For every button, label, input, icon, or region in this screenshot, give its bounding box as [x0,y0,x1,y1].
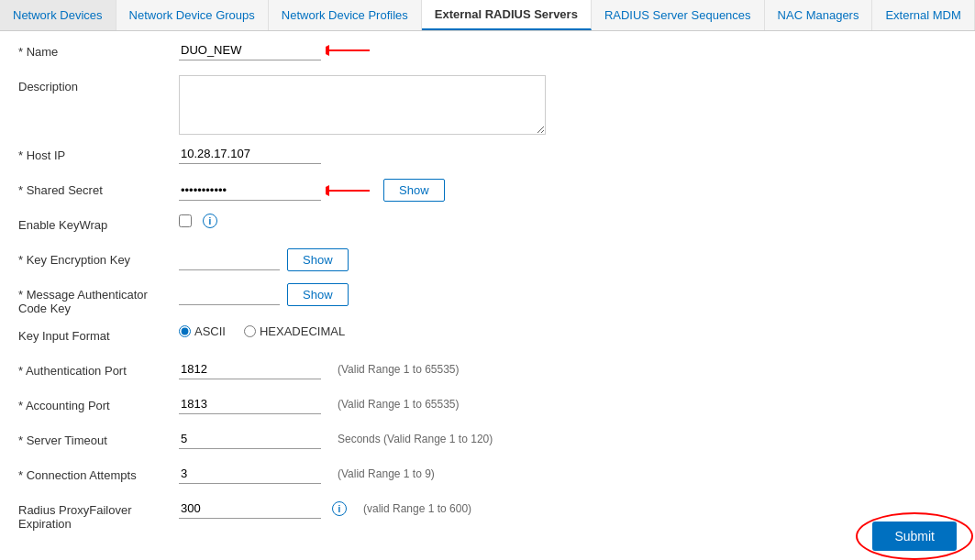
connection-attempts-control-area: (Valid Range 1 to 9) [179,464,957,484]
tab-external-radius-servers[interactable]: External RADIUS Servers [422,0,592,30]
message-auth-input[interactable] [179,285,280,305]
description-control-area [179,75,957,135]
message-auth-show-button[interactable]: Show [287,283,349,306]
name-arrow-annotation [326,43,371,58]
shared-secret-input[interactable] [179,181,321,201]
accounting-port-input[interactable] [179,394,321,414]
server-timeout-input[interactable] [179,429,321,449]
tab-external-mdm[interactable]: External MDM [872,0,974,30]
name-row: * Name [18,40,957,66]
accounting-port-row: * Accounting Port (Valid Range 1 to 6553… [18,394,957,420]
footer-area: Submit [854,512,975,560]
name-label: * Name [18,40,179,59]
radius-proxy-input[interactable] [179,499,321,519]
message-auth-label: * Message Authenticator Code Key [18,283,179,315]
name-control-area [179,40,957,60]
key-encryption-key-control-area: Show [179,248,957,271]
hexadecimal-radio-label[interactable]: HEXADECIMAL [244,324,345,338]
tab-network-device-profiles[interactable]: Network Device Profiles [269,0,422,30]
shared-secret-control-area: Show [179,179,957,202]
key-input-format-label: Key Input Format [18,324,179,343]
key-encryption-key-row: * Key Encryption Key Show [18,248,957,274]
message-auth-row: * Message Authenticator Code Key Show [18,283,957,315]
radius-proxy-row: Radius ProxyFailover Expiration i (valid… [18,499,957,531]
server-timeout-label: * Server Timeout [18,429,179,447]
key-input-format-control-area: ASCII HEXADECIMAL [179,324,957,338]
accounting-port-hint: (Valid Range 1 to 65535) [338,398,460,411]
connection-attempts-row: * Connection Attempts (Valid Range 1 to … [18,464,957,489]
hexadecimal-label: HEXADECIMAL [260,324,345,338]
radius-proxy-hint: (valid Range 1 to 600) [363,502,471,515]
key-encryption-key-label: * Key Encryption Key [18,248,179,267]
description-label: Description [18,75,179,93]
accounting-port-label: * Accounting Port [18,394,179,412]
auth-port-row: * Authentication Port (Valid Range 1 to … [18,359,957,385]
submit-button[interactable]: Submit [872,522,957,551]
key-input-format-row: Key Input Format ASCII HEXADECIMAL [18,324,957,350]
host-ip-label: * Host IP [18,144,179,162]
radius-proxy-label: Radius ProxyFailover Expiration [18,499,179,531]
enable-keywrap-checkbox[interactable] [179,214,192,227]
shared-secret-arrow-annotation [326,183,371,198]
connection-attempts-hint: (Valid Range 1 to 9) [338,467,435,480]
accounting-port-control-area: (Valid Range 1 to 65535) [179,394,957,414]
ascii-label: ASCII [194,324,226,338]
enable-keywrap-info-icon[interactable]: i [203,214,217,228]
host-ip-control-area [179,144,957,164]
ascii-radio-label[interactable]: ASCII [179,324,226,338]
enable-keywrap-control-area: i [179,214,957,228]
server-timeout-control-area: Seconds (Valid Range 1 to 120) [179,429,957,449]
tab-network-devices[interactable]: Network Devices [0,0,116,30]
radius-proxy-info-icon[interactable]: i [332,501,347,516]
connection-attempts-input[interactable] [179,464,321,484]
ascii-radio[interactable] [179,325,191,337]
tab-network-device-groups[interactable]: Network Device Groups [116,0,269,30]
submit-wrapper: Submit [872,522,957,551]
name-input[interactable] [179,40,321,60]
key-encryption-key-input[interactable] [179,250,280,270]
tab-bar: Network Devices Network Device Groups Ne… [0,0,975,31]
shared-secret-show-button[interactable]: Show [383,179,445,202]
key-encryption-show-button[interactable]: Show [287,248,349,271]
enable-keywrap-row: Enable KeyWrap i [18,214,957,239]
tab-nac-managers[interactable]: NAC Managers [765,0,873,30]
server-timeout-row: * Server Timeout Seconds (Valid Range 1 … [18,429,957,455]
auth-port-hint: (Valid Range 1 to 65535) [338,363,460,376]
host-ip-input[interactable] [179,144,321,164]
form-content: * Name Description * [0,31,975,560]
hexadecimal-radio[interactable] [244,325,256,337]
message-auth-control-area: Show [179,283,957,306]
shared-secret-row: * Shared Secret Show [18,179,957,204]
tab-radius-server-sequences[interactable]: RADIUS Server Sequences [592,0,765,30]
auth-port-input[interactable] [179,359,321,379]
enable-keywrap-label: Enable KeyWrap [18,214,179,232]
auth-port-control-area: (Valid Range 1 to 65535) [179,359,957,379]
auth-port-label: * Authentication Port [18,359,179,378]
radius-proxy-control-area: i (valid Range 1 to 600) [179,499,957,519]
key-input-format-radio-group: ASCII HEXADECIMAL [179,324,345,338]
host-ip-row: * Host IP [18,144,957,170]
shared-secret-label: * Shared Secret [18,179,179,197]
server-timeout-hint: Seconds (Valid Range 1 to 120) [338,433,493,445]
connection-attempts-label: * Connection Attempts [18,464,179,482]
description-textarea[interactable] [179,75,546,135]
description-row: Description [18,75,957,135]
